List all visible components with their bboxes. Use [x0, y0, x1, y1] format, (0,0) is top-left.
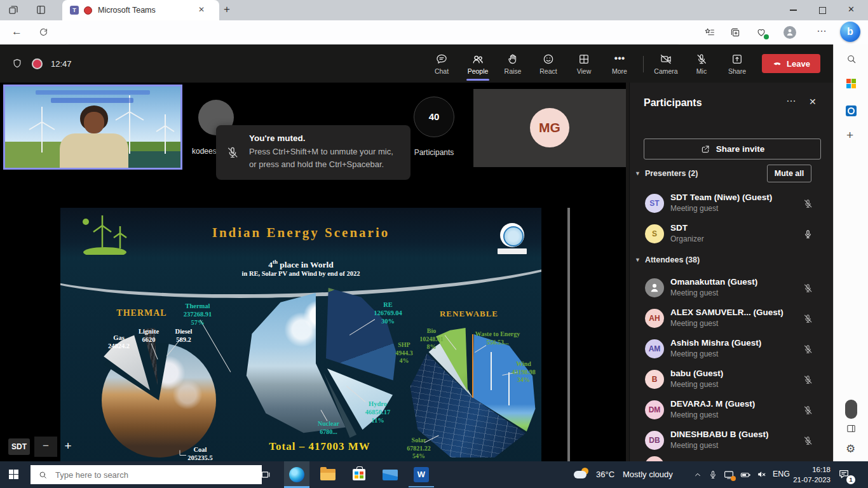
- window-close-button[interactable]: ✕: [848, 4, 855, 14]
- new-tab-button[interactable]: +: [224, 3, 230, 16]
- browser-menu-icon[interactable]: …: [817, 23, 827, 34]
- mic-on-icon[interactable]: [803, 229, 813, 240]
- mic-off-icon[interactable]: [803, 435, 813, 446]
- share-button[interactable]: Share: [722, 53, 752, 75]
- participant-row[interactable]: S SDT Organizer: [630, 219, 834, 249]
- panel-close-icon[interactable]: ✕: [809, 97, 817, 107]
- window-minimize-button[interactable]: [790, 10, 797, 11]
- taskbar-store-icon[interactable]: [346, 461, 372, 488]
- more-dots-icon: •••: [605, 53, 634, 65]
- security-shield-icon: [11, 58, 23, 69]
- toolbar-divider: [643, 56, 644, 72]
- taskbar-mail-icon[interactable]: [377, 461, 403, 488]
- zoom-in-button[interactable]: +: [58, 437, 78, 457]
- attendees-header[interactable]: ▼Attendees (38): [635, 255, 700, 264]
- meeting-toolbar: 12:47 Chat People Raise React View: [0, 44, 833, 83]
- thermal-pie-chart: [102, 343, 216, 458]
- mic-off-icon[interactable]: [803, 283, 813, 294]
- sidebar-search-icon[interactable]: [846, 53, 857, 65]
- taskbar-edge-icon[interactable]: [284, 461, 309, 488]
- refresh-button[interactable]: [38, 27, 49, 37]
- weather-icon[interactable]: [574, 468, 590, 480]
- coal-label: Coal 205235.5: [176, 445, 224, 462]
- tray-chevron-icon[interactable]: [693, 470, 703, 480]
- mic-off-icon[interactable]: [803, 374, 813, 385]
- spotlight-video-tile[interactable]: [3, 85, 182, 170]
- mic-off-icon[interactable]: [803, 313, 813, 324]
- search-icon: [38, 470, 48, 480]
- chevron-down-icon: ▼: [635, 257, 641, 263]
- workspaces-icon[interactable]: [8, 4, 19, 16]
- niwe-logo: [500, 223, 524, 247]
- chat-button[interactable]: Chat: [427, 53, 456, 75]
- collections-icon[interactable]: [729, 27, 741, 38]
- taskbar-explorer-icon[interactable]: [315, 461, 341, 488]
- edge-sidebar: + ⚙: [833, 44, 868, 461]
- view-button[interactable]: View: [569, 53, 599, 75]
- sidebar-add-icon[interactable]: +: [846, 128, 853, 142]
- toast-title: You're muted.: [249, 133, 305, 143]
- panel-more-icon[interactable]: …: [786, 93, 797, 104]
- weather-desc: Mostly cloudy: [623, 470, 673, 479]
- camera-button[interactable]: Camera: [651, 53, 681, 75]
- participant-tile-mg[interactable]: MG: [473, 89, 626, 167]
- mute-all-button[interactable]: Mute all: [767, 165, 811, 182]
- tray-speaker-muted-icon[interactable]: [756, 469, 767, 480]
- outlook-icon[interactable]: [846, 105, 857, 116]
- wind-label: Wind 43198.98 34%: [504, 360, 541, 384]
- raise-hand-button[interactable]: Raise: [498, 53, 527, 75]
- tray-clock[interactable]: 16:18 21-07-2023: [790, 464, 831, 485]
- microsoft365-icon[interactable]: [846, 79, 856, 88]
- teams-favicon: T: [70, 6, 79, 15]
- taskbar-search-box[interactable]: [31, 465, 262, 484]
- profile-avatar[interactable]: [783, 26, 796, 39]
- mic-off-icon[interactable]: [803, 405, 813, 416]
- sidebar-scrollbar[interactable]: [845, 400, 857, 419]
- tray-battery-icon[interactable]: [740, 469, 752, 481]
- more-button[interactable]: ••• More: [605, 53, 634, 75]
- window-maximize-button[interactable]: [819, 7, 826, 14]
- partial-avatar: [645, 456, 664, 461]
- view-grid-icon: [578, 53, 590, 65]
- avatar: DM: [645, 400, 664, 419]
- participant-row[interactable]: Omanakuttan (Guest) Meeting guest: [630, 273, 834, 303]
- participant-row[interactable]: AH ALEX SAMUVELR... (Guest) Meeting gues…: [630, 303, 834, 334]
- toast-line1: Press Ctrl+Shift+M to unmute your mic,: [249, 147, 393, 156]
- mic-off-icon[interactable]: [803, 198, 813, 209]
- participant-row[interactable]: ST SDT Team (Niwe) (Guest) Meeting guest: [630, 188, 834, 219]
- presenters-header[interactable]: ▼Presenters (2): [635, 169, 698, 178]
- participant-row[interactable]: B babu (Guest) Meeting guest: [630, 364, 834, 395]
- tray-mic-icon[interactable]: [708, 470, 718, 480]
- share-invite-button[interactable]: Share invite: [644, 139, 821, 159]
- participant-row[interactable]: DM DEVARAJ. M (Guest) Meeting guest: [630, 395, 834, 425]
- bing-chat-icon[interactable]: b: [840, 22, 860, 42]
- favorites-bar-icon[interactable]: [704, 27, 715, 38]
- participant-row[interactable]: DB DINESHBABU B (Guest) Meeting guest: [630, 425, 834, 456]
- react-smiley-icon: [542, 53, 555, 65]
- tab-recording-indicator: [84, 6, 92, 15]
- task-view-icon[interactable]: [259, 469, 271, 480]
- tray-language[interactable]: ENG: [773, 470, 790, 478]
- back-button[interactable]: ←: [11, 25, 22, 38]
- sidebar-panel-icon[interactable]: [846, 423, 857, 434]
- zoom-out-button[interactable]: −: [34, 437, 57, 457]
- tray-display-badge: [731, 476, 736, 481]
- people-button[interactable]: People: [463, 53, 492, 75]
- participant-count-bubble[interactable]: 40: [414, 97, 454, 137]
- participant-row[interactable]: AM Ashish Mishra (Guest) Meeting guest: [630, 334, 834, 364]
- search-input[interactable]: [54, 470, 234, 480]
- react-button[interactable]: React: [534, 53, 563, 75]
- mic-button[interactable]: Mic: [687, 53, 716, 75]
- browser-tab[interactable]: T Microsoft Teams ✕: [62, 0, 219, 20]
- tab-close-icon[interactable]: ✕: [198, 5, 205, 14]
- start-button[interactable]: [9, 470, 18, 479]
- share-scrollbar[interactable]: [567, 208, 570, 488]
- mic-off-icon[interactable]: [803, 344, 813, 355]
- thermal-total-label: Thermal 237268.91 57%: [166, 302, 229, 327]
- participants-panel: Participants … ✕ Share invite ▼Presenter…: [629, 83, 834, 461]
- vertical-tabs-icon[interactable]: [36, 4, 46, 15]
- settings-gear-icon[interactable]: ⚙: [846, 442, 855, 456]
- browser-toolbar: ← https://teams.microsoft.com/_#/modern-…: [0, 20, 868, 45]
- leave-button[interactable]: Leave: [762, 54, 820, 73]
- taskbar-word-icon[interactable]: W: [409, 461, 434, 488]
